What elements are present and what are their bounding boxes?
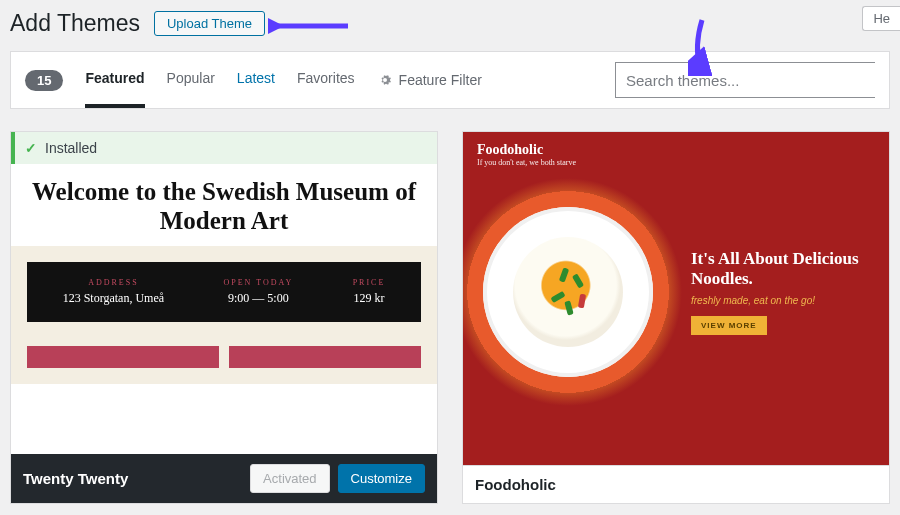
customize-button[interactable]: Customize — [338, 464, 425, 493]
preview-headline: Welcome to the Swedish Museum of Modern … — [21, 178, 427, 236]
activated-button: Activated — [250, 464, 329, 493]
preview-cta-button: VIEW MORE — [691, 316, 767, 335]
tab-latest[interactable]: Latest — [237, 52, 275, 108]
theme-preview: Foodoholic If you don't eat, we both sta… — [463, 132, 889, 465]
installed-banner: ✓ Installed — [11, 132, 437, 164]
theme-footer: Twenty Twenty Activated Customize — [11, 454, 437, 503]
filter-bar: 15 Featured Popular Latest Favorites Fea… — [10, 51, 890, 109]
upload-theme-button[interactable]: Upload Theme — [154, 11, 265, 36]
theme-name: Foodoholic — [475, 476, 877, 493]
help-button[interactable]: He — [862, 6, 900, 31]
preview-headline: It's All About Delicious Noodles. — [691, 249, 875, 290]
theme-preview: Welcome to the Swedish Museum of Modern … — [11, 164, 437, 454]
installed-label: Installed — [45, 140, 97, 156]
theme-card-twenty-twenty[interactable]: ✓ Installed Welcome to the Swedish Museu… — [10, 131, 438, 504]
theme-card-foodoholic[interactable]: Foodoholic If you don't eat, we both sta… — [462, 131, 890, 504]
preview-logo: Foodoholic — [477, 142, 875, 158]
tab-featured[interactable]: Featured — [85, 52, 144, 108]
gear-icon — [377, 72, 393, 88]
theme-count-badge: 15 — [25, 70, 63, 91]
preview-subtext: freshly made, eat on the go! — [691, 295, 875, 306]
food-bowl-image — [463, 177, 683, 407]
check-icon: ✓ — [25, 140, 37, 156]
preview-tagline: If you don't eat, we both starve — [477, 158, 875, 167]
tab-popular[interactable]: Popular — [167, 52, 215, 108]
filter-tabs: Featured Popular Latest Favorites — [85, 52, 354, 108]
theme-name: Twenty Twenty — [23, 470, 242, 487]
page-title: Add Themes — [10, 10, 140, 37]
tab-favorites[interactable]: Favorites — [297, 52, 355, 108]
feature-filter-label: Feature Filter — [399, 72, 482, 88]
theme-footer: Foodoholic — [463, 465, 889, 503]
feature-filter-button[interactable]: Feature Filter — [377, 72, 482, 88]
search-input[interactable] — [615, 62, 875, 98]
